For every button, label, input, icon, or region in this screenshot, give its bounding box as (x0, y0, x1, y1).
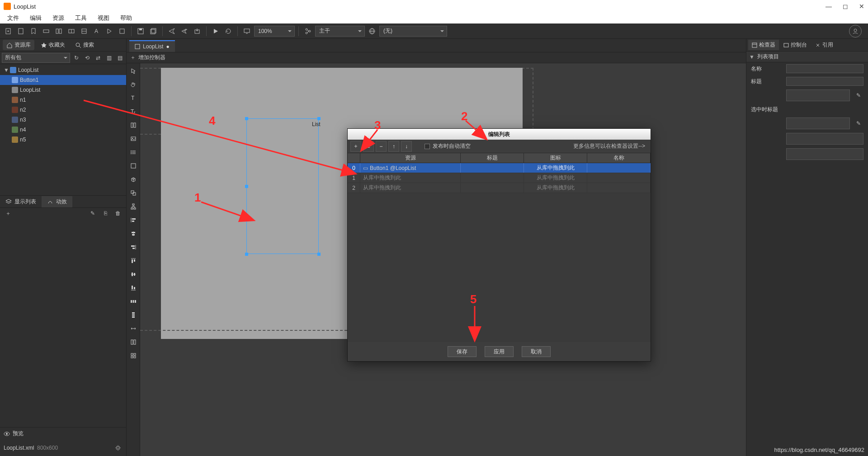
prop-name-input[interactable] (786, 64, 863, 73)
edit-icon[interactable]: ✎ (854, 118, 863, 128)
prop-selected-title-input[interactable] (786, 118, 850, 129)
tab-search[interactable]: 搜索 (71, 40, 98, 50)
tab-library[interactable]: 资源库 (3, 40, 34, 50)
tool-3-icon[interactable] (66, 26, 77, 37)
dialog-save-button[interactable]: 保存 (448, 346, 476, 357)
text-tool-icon[interactable]: T (127, 92, 139, 104)
menu-file[interactable]: 文件 (7, 14, 19, 22)
maximize-button[interactable]: ◻ (843, 3, 848, 10)
tool-7-icon[interactable] (117, 26, 127, 37)
dialog-insert-button[interactable]: ≡ (363, 141, 374, 152)
play-icon[interactable] (210, 26, 221, 37)
align-right-icon[interactable] (127, 241, 139, 253)
refresh-icon[interactable]: ↻ (72, 53, 81, 62)
doc-tab-looplist[interactable]: LoopList● (129, 40, 175, 52)
dialog-row-1[interactable]: 1 从库中拖拽到此 从库中拖拽到此 (348, 173, 651, 183)
edit-icon[interactable]: ✎ (854, 90, 863, 100)
dialog-move-up-button[interactable]: ↑ (388, 141, 399, 152)
menu-help[interactable]: 帮助 (120, 14, 132, 22)
cols-icon[interactable]: ▥ (104, 53, 113, 62)
menu-view[interactable]: 视图 (98, 14, 109, 22)
export-icon[interactable] (192, 26, 203, 37)
align-middle-icon[interactable] (127, 268, 139, 280)
globe-icon[interactable] (367, 26, 377, 37)
tab-motion[interactable]: 动效 (42, 196, 72, 207)
tree-item-button1[interactable]: Button1 (0, 75, 126, 85)
bookmark-icon[interactable] (28, 26, 39, 37)
page-icon[interactable] (15, 26, 26, 37)
close-button[interactable]: ✕ (859, 3, 864, 10)
locale-select[interactable]: (无) (379, 26, 447, 37)
align-center-icon[interactable] (127, 228, 139, 240)
shape-tool-icon[interactable] (127, 160, 139, 172)
tab-favorites[interactable]: 收藏夹 (37, 40, 69, 50)
user-avatar[interactable] (849, 25, 862, 38)
screen-icon[interactable] (241, 26, 252, 37)
tree-item-n4[interactable]: n4 (0, 125, 126, 135)
tool-5-icon[interactable]: A (91, 26, 102, 37)
list-icon[interactable]: ▤ (115, 53, 124, 62)
tab-refs[interactable]: 引用 (811, 40, 837, 50)
tree-root[interactable]: ▼LoopList (0, 65, 126, 75)
swap-icon[interactable]: ⇄ (94, 53, 103, 62)
tab-display-list[interactable]: 显示列表 (0, 196, 42, 207)
add-controller-button[interactable]: 增加控制器 (138, 54, 165, 61)
same-width-icon[interactable] (127, 323, 139, 334)
auto-clear-checkbox[interactable]: 发布时自动清空 (425, 142, 471, 150)
refresh-icon[interactable] (223, 26, 234, 37)
tool-6-icon[interactable] (104, 26, 115, 37)
dialog-title[interactable]: 编辑列表 (348, 129, 651, 140)
cube-tool-icon[interactable] (127, 174, 139, 185)
align-left-icon[interactable] (127, 214, 139, 226)
tree-item-n5[interactable]: n5 (0, 135, 126, 145)
sync-icon[interactable]: ⟲ (83, 53, 92, 62)
dialog-remove-button[interactable]: − (376, 141, 387, 152)
hand-tool-icon[interactable] (127, 79, 139, 90)
dialog-add-button[interactable]: ＋ (350, 141, 361, 152)
menu-tools[interactable]: 工具 (75, 14, 87, 22)
list-tool-icon[interactable] (127, 146, 139, 158)
section-list-items[interactable]: ▼列表项目 (746, 52, 868, 62)
dialog-row-0[interactable]: 0 ▭Button1 @LoopList 从库中拖拽到此 (348, 163, 651, 173)
grid-icon[interactable] (127, 350, 139, 362)
dist-h-icon[interactable] (127, 296, 139, 307)
group-tool-icon[interactable] (127, 187, 139, 199)
branch-icon[interactable] (302, 26, 313, 37)
send-icon[interactable] (166, 26, 177, 37)
tree-item-n2[interactable]: n2 (0, 105, 126, 115)
tool-1-icon[interactable] (41, 26, 52, 37)
tool-4-icon[interactable] (79, 26, 90, 37)
copy-icon[interactable]: ⎘ (101, 209, 110, 218)
new-file-icon[interactable] (3, 26, 14, 37)
dialog-row-2[interactable]: 2 从库中拖拽到此 从库中拖拽到此 (348, 183, 651, 193)
tree-tool-icon[interactable] (127, 201, 139, 212)
zoom-select[interactable]: 100% (254, 26, 295, 37)
tab-console[interactable]: 控制台 (780, 40, 811, 50)
selection-box[interactable] (246, 118, 319, 254)
add-icon[interactable]: ＋ (4, 209, 13, 218)
richtext-tool-icon[interactable]: Tᵣ (127, 106, 139, 118)
align-bottom-icon[interactable] (127, 282, 139, 294)
gear-icon[interactable] (113, 443, 123, 452)
save-all-icon[interactable] (148, 26, 159, 37)
prop-title-extra[interactable] (786, 89, 850, 101)
dialog-apply-button[interactable]: 应用 (485, 346, 514, 357)
tree-item-n3[interactable]: n3 (0, 115, 126, 125)
image-tool-icon[interactable] (127, 133, 139, 145)
prop-extra-input[interactable] (786, 133, 863, 145)
tab-inspector[interactable]: 检查器 (748, 40, 779, 50)
prop-title-input[interactable] (786, 77, 863, 86)
tool-2-icon[interactable] (53, 26, 64, 37)
tile-h-icon[interactable] (127, 336, 139, 348)
tree-item-n1[interactable]: n1 (0, 95, 126, 105)
dialog-move-down-button[interactable]: ↓ (401, 141, 412, 152)
edit-icon[interactable]: ✎ (88, 209, 97, 218)
menu-edit[interactable]: 编辑 (30, 14, 42, 22)
dist-v-icon[interactable] (127, 309, 139, 321)
tree-item-looplist[interactable]: LoopList (0, 85, 126, 95)
menu-resources[interactable]: 资源 (52, 14, 64, 22)
trash-icon[interactable]: 🗑 (113, 209, 123, 218)
minimize-button[interactable]: — (826, 3, 832, 10)
save-icon[interactable] (135, 26, 146, 37)
prop-extra-input-2[interactable] (786, 148, 863, 160)
